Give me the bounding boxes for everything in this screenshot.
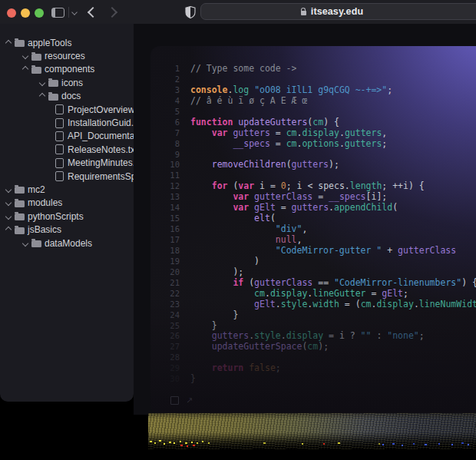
line-number: 13 bbox=[150, 192, 180, 203]
close-button[interactable] bbox=[7, 8, 16, 18]
code-text: console.log "oO08 iIlL1 g9qCGQ ~-+=>"; bbox=[190, 85, 392, 96]
chevron-up-icon[interactable] bbox=[39, 93, 45, 99]
line-number: 6 bbox=[150, 117, 180, 128]
code-text: updateGutterSpace(cm); bbox=[190, 342, 329, 352]
code-text: "CodeMirror-gutter " + gutterClass bbox=[190, 246, 456, 256]
code-line[interactable]: 29 return false; bbox=[150, 363, 476, 374]
code-line[interactable]: 20 ); bbox=[150, 267, 476, 278]
line-number: 15 bbox=[150, 213, 180, 224]
chevron-down-icon[interactable] bbox=[5, 187, 12, 193]
code-text: null, bbox=[190, 235, 302, 246]
privacy-shield-icon[interactable] bbox=[185, 6, 196, 18]
line-number: 9 bbox=[150, 150, 180, 161]
back-button[interactable] bbox=[88, 7, 98, 18]
line-number: 29 bbox=[150, 363, 180, 374]
chevron-up-icon[interactable] bbox=[5, 39, 12, 45]
tree-item-requirementssp[interactable]: RequirementsSp... bbox=[0, 170, 134, 183]
line-number: 23 bbox=[150, 299, 180, 310]
line-number: 1 bbox=[150, 64, 180, 74]
code-line[interactable]: 5 bbox=[150, 107, 476, 117]
code-text: gutters.style.display = i ? "" : "none"; bbox=[190, 331, 425, 342]
file-tree-sidebar: appleToolsresourcescomponentsiconsdocsPr… bbox=[0, 24, 134, 402]
code-text: function updateGutters(cm) { bbox=[190, 117, 339, 128]
code-line[interactable]: 9 bbox=[150, 150, 476, 161]
chevron-down-icon[interactable] bbox=[39, 80, 45, 86]
code-line[interactable]: 3console.log "oO08 iIlL1 g9qCGQ ~-+=>"; bbox=[150, 85, 476, 96]
folder-icon bbox=[15, 227, 25, 234]
tree-item-jsbasics[interactable]: jsBasics bbox=[0, 223, 134, 236]
glitch-band bbox=[148, 413, 476, 449]
tree-item-resources[interactable]: resources bbox=[0, 49, 134, 62]
code-line[interactable]: 10 removeChildren(gutters); bbox=[150, 160, 476, 170]
code-line[interactable]: 18 "CodeMirror-gutter " + gutterClass bbox=[150, 246, 476, 256]
code-line[interactable]: 13 var gutterClass = __specs[i]; bbox=[150, 192, 476, 203]
code-line[interactable]: 15 elt( bbox=[150, 213, 476, 224]
code-line[interactable]: 4// â é ù ï ø ç Ã Ê Æ œ bbox=[150, 96, 476, 107]
file-icon bbox=[55, 104, 64, 114]
code-line[interactable]: 24 } bbox=[150, 310, 476, 321]
code-line[interactable]: 30} bbox=[150, 374, 476, 385]
file-icon bbox=[55, 158, 64, 168]
code-line[interactable]: 14 var gElt = gutters.appendChild( bbox=[150, 203, 476, 213]
tree-item-projectoverview[interactable]: ProjectOverview... bbox=[0, 103, 134, 116]
chevron-down-icon[interactable] bbox=[22, 53, 28, 59]
tree-item-api-documenta[interactable]: API_Documenta... bbox=[0, 130, 134, 143]
tree-item-components[interactable]: components bbox=[0, 63, 134, 76]
code-editor[interactable]: 1// Type some code ->23console.log "oO08… bbox=[150, 46, 476, 413]
url-text: itseasy.edu bbox=[311, 6, 363, 17]
tree-item-label: MeetingMinutes... bbox=[68, 157, 134, 168]
code-line[interactable]: 25 } bbox=[150, 321, 476, 332]
tree-item-label: RequirementsSp... bbox=[68, 171, 134, 182]
tree-item-modules[interactable]: modules bbox=[0, 197, 134, 210]
code-line[interactable]: 16 "div", bbox=[150, 224, 476, 235]
tree-item-releasenotes-tx[interactable]: ReleaseNotes.tx... bbox=[0, 143, 134, 156]
code-line[interactable]: 22 cm.display.lineGutter = gElt; bbox=[150, 289, 476, 299]
code-line[interactable]: 2 bbox=[150, 74, 476, 85]
chevron-up-icon[interactable] bbox=[22, 66, 28, 72]
code-text: } bbox=[190, 374, 196, 385]
code-line[interactable]: 7 var gutters = cm.display.gutters, bbox=[150, 128, 476, 139]
code-line[interactable]: 21 if (gutterClass == "CodeMirror-linenu… bbox=[150, 278, 476, 289]
chevron-up-icon[interactable] bbox=[5, 227, 12, 233]
editor-panel-icon[interactable] bbox=[170, 396, 179, 405]
code-line[interactable]: 11 bbox=[150, 170, 476, 181]
folder-icon bbox=[15, 200, 25, 207]
code-text: ) bbox=[190, 256, 259, 267]
code-line[interactable]: 26 gutters.style.display = i ? "" : "non… bbox=[150, 331, 476, 342]
tree-item-meetingminutes[interactable]: MeetingMinutes... bbox=[0, 157, 134, 170]
code-line[interactable]: 6function updateGutters(cm) { bbox=[150, 117, 476, 128]
chevron-down-icon[interactable] bbox=[5, 213, 12, 220]
folder-icon bbox=[15, 40, 25, 47]
tree-item-datamodels[interactable]: dataModels bbox=[0, 237, 134, 250]
code-line[interactable]: 27 updateGutterSpace(cm); bbox=[150, 342, 476, 352]
line-number: 18 bbox=[150, 246, 180, 256]
tree-item-mc2[interactable]: mc2 bbox=[0, 183, 134, 196]
code-line[interactable]: 28 bbox=[150, 352, 476, 363]
line-number: 27 bbox=[150, 342, 180, 352]
folder-icon bbox=[15, 213, 25, 220]
editor-resize-arrow-icon[interactable]: ↗ bbox=[186, 397, 193, 404]
chevron-down-icon[interactable] bbox=[5, 200, 12, 206]
tree-item-icons[interactable]: icons bbox=[0, 76, 134, 89]
chevron-down-icon[interactable] bbox=[22, 240, 28, 246]
code-text: var gElt = gutters.appendChild( bbox=[190, 203, 398, 213]
code-line[interactable]: 8 __specs = cm.options.gutters; bbox=[150, 139, 476, 150]
minimize-button[interactable] bbox=[21, 8, 30, 18]
code-line[interactable]: 12 for (var i = 0; i < specs.length; ++i… bbox=[150, 181, 476, 192]
tree-item-pythonscripts[interactable]: pythonScripts bbox=[0, 210, 134, 223]
tree-item-installationguid[interactable]: InstallationGuid... bbox=[0, 116, 134, 129]
address-bar[interactable]: itseasy.edu bbox=[200, 3, 476, 20]
forward-button[interactable] bbox=[107, 7, 117, 18]
code-line[interactable]: 19 ) bbox=[150, 256, 476, 267]
tree-item-label: API_Documenta... bbox=[68, 131, 134, 141]
code-line[interactable]: 1// Type some code -> bbox=[150, 64, 476, 74]
code-line[interactable]: 23 gElt.style.width = (cm.display.lineNu… bbox=[150, 299, 476, 310]
tree-item-label: jsBasics bbox=[28, 224, 61, 235]
chevron-down-icon[interactable] bbox=[71, 9, 78, 15]
code-line[interactable]: 17 null, bbox=[150, 235, 476, 246]
tree-item-appletools[interactable]: appleTools bbox=[0, 36, 134, 49]
tree-item-docs[interactable]: docs bbox=[0, 90, 134, 103]
sidebar-toggle-icon[interactable] bbox=[51, 8, 64, 18]
zoom-button[interactable] bbox=[35, 8, 44, 18]
code-text: for (var i = 0; i < specs.length; ++i) { bbox=[190, 181, 425, 192]
